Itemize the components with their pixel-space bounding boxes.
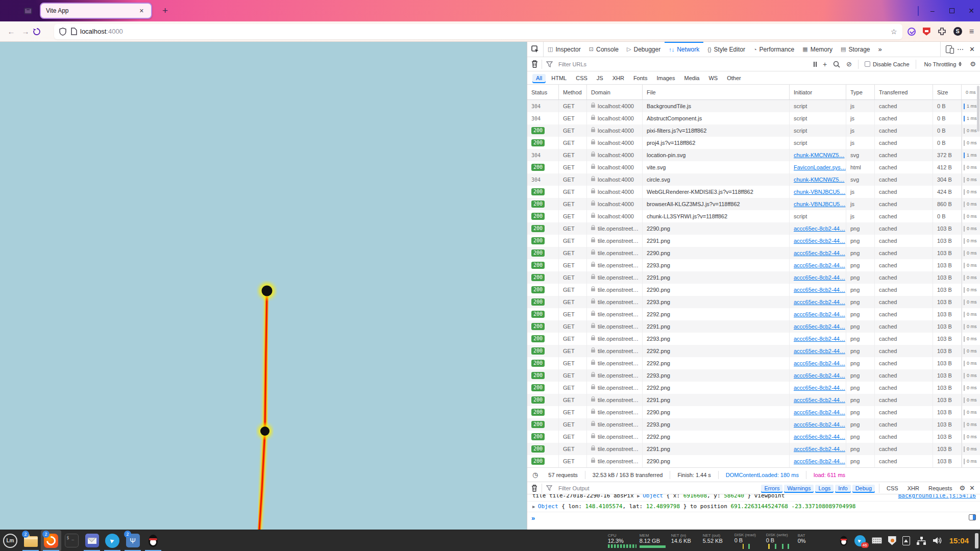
expand-arrow-icon[interactable]: ▶	[532, 504, 538, 509]
bookmark-star-icon[interactable]: ☆	[891, 28, 897, 36]
initiator-cell[interactable]: accc65ec-8cb2-44…	[790, 222, 846, 235]
initiator-text[interactable]: accc65ec-8cb2-44…	[794, 385, 845, 391]
shield-permissions-icon[interactable]	[59, 28, 66, 36]
url-bar[interactable]: localhost:4000 ☆	[54, 24, 902, 39]
devtools-tab-memory[interactable]: ▦Memory	[798, 42, 837, 57]
show-desktop-button[interactable]	[975, 533, 978, 548]
initiator-text[interactable]: accc65ec-8cb2-44…	[794, 458, 845, 464]
tab-close-icon[interactable]: ✕	[137, 7, 146, 15]
system-monitor-disk-read[interactable]: DISK (read)0 B	[733, 532, 765, 550]
block-requests-icon[interactable]: ⊘	[846, 60, 852, 68]
console-level-logs[interactable]: Logs	[815, 485, 834, 492]
initiator-text[interactable]: accc65ec-8cb2-44…	[794, 274, 845, 281]
devtools-tab-network[interactable]: ↑↓Network	[665, 42, 703, 57]
initiator-cell[interactable]: accc65ec-8cb2-44…	[790, 382, 846, 394]
volume-icon[interactable]	[933, 536, 942, 545]
initiator-text[interactable]: accc65ec-8cb2-44…	[794, 446, 845, 452]
initiator-cell[interactable]: chunk-KMCNWZ5…	[790, 149, 846, 161]
initiator-text[interactable]: accc65ec-8cb2-44…	[794, 262, 845, 268]
network-request-row[interactable]: 200GETtile.openstreet…2291.pngaccc65ec-8…	[527, 443, 980, 455]
forward-button[interactable]: →	[18, 27, 33, 36]
app-menu-icon[interactable]: ≡	[969, 27, 974, 36]
list-all-tabs-button[interactable]	[918, 6, 919, 15]
filter-urls-input[interactable]	[558, 61, 814, 67]
type-filter-css[interactable]: CSS	[572, 74, 591, 82]
disable-cache-checkbox[interactable]: Disable Cache	[865, 61, 910, 67]
keyboard-layout-icon[interactable]	[872, 537, 882, 544]
type-filter-html[interactable]: HTML	[548, 74, 570, 82]
initiator-cell[interactable]: accc65ec-8cb2-44…	[790, 259, 846, 271]
column-header-transferred[interactable]: Transferred	[875, 85, 933, 99]
console-level-info[interactable]: Info	[835, 485, 850, 492]
network-request-row[interactable]: 200GETlocalhost:4000WebGLRenderer-KMDISI…	[527, 186, 980, 198]
type-filter-ws[interactable]: WS	[705, 74, 721, 82]
network-request-row[interactable]: 200GETlocalhost:4000vite.svgFaviconLoade…	[527, 161, 980, 173]
initiator-cell[interactable]: accc65ec-8cb2-44…	[790, 394, 846, 406]
initiator-cell[interactable]: accc65ec-8cb2-44…	[790, 418, 846, 431]
network-request-row[interactable]: 200GETlocalhost:4000pixi-filters.js?v=11…	[527, 124, 980, 137]
initiator-text[interactable]: FaviconLoader.sys…	[794, 164, 846, 170]
telegram-tray-icon[interactable]: 46	[854, 535, 866, 546]
system-monitor-net-out[interactable]: NET (out)5.52 KB	[701, 532, 733, 549]
initiator-cell[interactable]: accc65ec-8cb2-44…	[790, 369, 846, 382]
taskbar-app-files[interactable]: 2	[20, 530, 41, 551]
devtools-tab-style-editor[interactable]: {}Style Editor	[703, 42, 749, 57]
console-level-warnings[interactable]: Warnings	[784, 485, 814, 492]
network-request-row[interactable]: 200GETtile.openstreet…2290.pngaccc65ec-8…	[527, 222, 980, 235]
split-console-icon[interactable]	[969, 514, 976, 520]
qq-tray-icon[interactable]	[840, 536, 847, 545]
route-point-mid[interactable]	[258, 424, 272, 438]
firewall-shield-icon[interactable]	[888, 536, 896, 545]
network-request-row[interactable]: 304GETlocalhost:4000AbstructComponent.js…	[527, 112, 980, 124]
network-tray-icon[interactable]	[916, 536, 926, 545]
network-request-row[interactable]: 200GETtile.openstreet…2291.pngaccc65ec-8…	[527, 271, 980, 284]
throttling-dropdown[interactable]: No Throttling	[922, 61, 964, 67]
initiator-text[interactable]: accc65ec-8cb2-44…	[794, 421, 845, 428]
back-button[interactable]: ←	[4, 27, 18, 36]
column-header-method[interactable]: Method	[559, 85, 587, 99]
initiator-cell[interactable]: accc65ec-8cb2-44…	[790, 431, 846, 443]
network-request-row[interactable]: 200GETtile.openstreet…2293.pngaccc65ec-8…	[527, 418, 980, 431]
initiator-text[interactable]: accc65ec-8cb2-44…	[794, 434, 845, 440]
network-request-row[interactable]: 200GETtile.openstreet…2290.pngaccc65ec-8…	[527, 455, 980, 467]
timing-stopwatch-icon[interactable]: ◷	[527, 471, 541, 479]
initiator-cell[interactable]: chunk-VBNJBCU5…	[790, 198, 846, 210]
log-source-link[interactable]: BackgroundTile.js:54:16	[898, 494, 976, 500]
network-request-row[interactable]: 200GETtile.openstreet…2292.pngaccc65ec-8…	[527, 345, 980, 357]
type-filter-fonts[interactable]: Fonts	[630, 74, 651, 82]
initiator-cell[interactable]: chunk-VBNJBCU5…	[790, 186, 846, 198]
column-header-initiator[interactable]: Initiator	[790, 85, 846, 99]
system-monitor-mem[interactable]: MEM8.12 GB	[638, 532, 670, 549]
initiator-text[interactable]: accc65ec-8cb2-44…	[794, 409, 845, 415]
initiator-text[interactable]: chunk-KMCNWZ5…	[794, 177, 845, 183]
network-request-row[interactable]: 200GETlocalhost:4000proj4.js?v=118ff862s…	[527, 137, 980, 149]
devtools-tab-inspector[interactable]: ◫Inspector	[544, 42, 585, 57]
initiator-text[interactable]: accc65ec-8cb2-44…	[794, 360, 845, 366]
initiator-cell[interactable]: accc65ec-8cb2-44…	[790, 333, 846, 345]
clear-requests-button[interactable]	[527, 57, 542, 71]
devtools-tab-console[interactable]: ⊡Console	[585, 42, 623, 57]
initiator-cell[interactable]: accc65ec-8cb2-44…	[790, 345, 846, 357]
network-request-row[interactable]: 200GETtile.openstreet…2291.pngaccc65ec-8…	[527, 394, 980, 406]
pick-element-button[interactable]	[527, 42, 544, 57]
console-filter-requests[interactable]: Requests	[925, 485, 955, 492]
column-header-file[interactable]: File	[643, 85, 790, 99]
network-request-row[interactable]: 200GETtile.openstreet…2290.pngaccc65ec-8…	[527, 284, 980, 296]
type-filter-media[interactable]: Media	[680, 74, 703, 82]
map-view[interactable]	[0, 42, 527, 530]
console-filter-css[interactable]: CSS	[884, 485, 901, 492]
search-icon[interactable]	[833, 61, 840, 68]
taskbar-app-firefox[interactable]: 2	[41, 530, 61, 551]
taskbar-app-mint-menu[interactable]: Lm	[0, 530, 20, 551]
network-request-row[interactable]: 200GETtile.openstreet…2292.pngaccc65ec-8…	[527, 382, 980, 394]
initiator-text[interactable]: accc65ec-8cb2-44…	[794, 336, 845, 342]
new-tab-button[interactable]: +	[158, 5, 172, 16]
initiator-cell[interactable]: accc65ec-8cb2-44…	[790, 235, 846, 247]
initiator-cell[interactable]: accc65ec-8cb2-44…	[790, 320, 846, 333]
add-request-icon[interactable]: +	[823, 60, 827, 68]
network-request-row[interactable]: 200GETtile.openstreet…2290.pngaccc65ec-8…	[527, 406, 980, 418]
minimize-button[interactable]: –	[927, 7, 938, 15]
column-header-domain[interactable]: Domain	[587, 85, 643, 99]
clear-console-button[interactable]	[527, 482, 542, 494]
initiator-cell[interactable]: accc65ec-8cb2-44…	[790, 443, 846, 455]
